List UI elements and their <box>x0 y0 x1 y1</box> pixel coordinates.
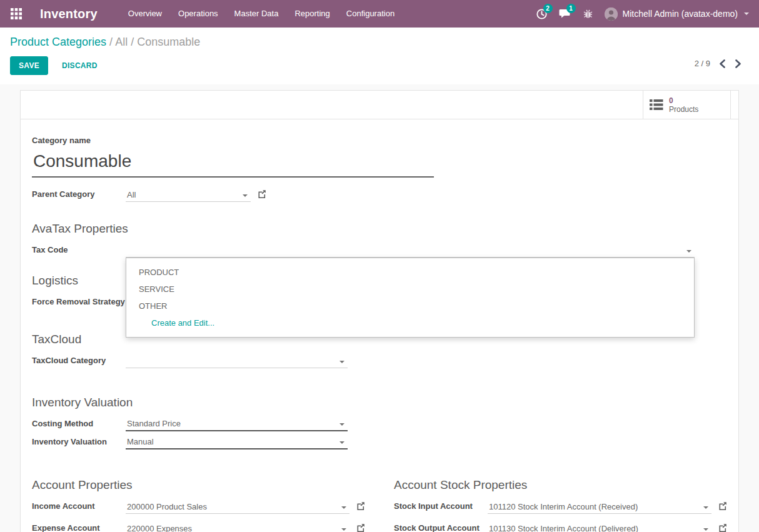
tax-code-label: Tax Code <box>32 245 126 258</box>
stock-input-account-value: 101120 Stock Interim Account (Received) <box>489 502 638 511</box>
tax-code-input[interactable]: PRODUCT SERVICE OTHER Create and Edit... <box>126 244 695 258</box>
expense-account-value: 220000 Expenses <box>127 524 192 532</box>
messages-icon[interactable]: 1 <box>559 8 571 19</box>
accounts-section: Account Properties Income Account 200000… <box>32 478 727 532</box>
apps-grid-glyph <box>10 8 23 20</box>
products-stat-button[interactable]: 0 Products <box>643 91 731 119</box>
bug-glyph <box>583 8 593 19</box>
expense-account-caret-icon[interactable] <box>341 528 346 531</box>
category-name-input[interactable]: Consumable <box>32 149 434 178</box>
income-account-external-link-icon[interactable] <box>356 501 365 513</box>
breadcrumb-current: Consumable <box>137 36 200 48</box>
control-panel-buttons: SAVE DISCARD 2 / 9 <box>10 50 749 84</box>
stock-output-account-input[interactable]: 101130 Stock Interim Account (Delivered) <box>488 522 711 532</box>
expense-account-row: Expense Account 220000 Expenses <box>32 522 365 532</box>
stock-input-account-input[interactable]: 101120 Stock Interim Account (Received) <box>488 500 711 514</box>
products-label: Products <box>669 105 698 114</box>
menu-reporting[interactable]: Reporting <box>286 0 338 28</box>
user-menu[interactable]: Mitchell Admin (avatax-demo) <box>605 8 749 21</box>
navbar-right: 2 1 <box>536 8 749 21</box>
account-stock-properties-column: Account Stock Properties Stock Input Acc… <box>394 478 727 532</box>
section-inventory-valuation-title: Inventory Valuation <box>32 396 727 409</box>
stock-input-account-label: Stock Input Account <box>394 501 488 514</box>
menu-overview[interactable]: Overview <box>120 0 170 28</box>
costing-method-caret-icon[interactable] <box>339 423 344 426</box>
income-account-input[interactable]: 200000 Product Sales <box>126 500 349 514</box>
content-area: 0 Products Category name Consumable Pare… <box>0 84 759 532</box>
stock-output-account-external-link-icon[interactable] <box>718 523 727 532</box>
stock-input-account-caret-icon[interactable] <box>703 506 708 509</box>
main-menu: Overview Operations Master Data Reportin… <box>120 0 403 28</box>
costing-method-select[interactable]: Standard Price <box>126 418 348 431</box>
parent-category-caret-icon[interactable] <box>243 194 248 197</box>
pager-previous-icon[interactable] <box>719 59 726 68</box>
user-avatar <box>605 8 618 21</box>
discard-button[interactable]: DISCARD <box>53 57 106 74</box>
dropdown-option-service[interactable]: SERVICE <box>126 281 694 298</box>
inventory-valuation-select[interactable]: Manual <box>126 436 348 449</box>
taxcloud-category-row: TaxCloud Category <box>32 354 727 368</box>
expense-account-label: Expense Account <box>32 523 126 532</box>
tax-code-caret-icon[interactable] <box>686 250 691 253</box>
stock-output-account-row: Stock Output Account 101130 Stock Interi… <box>394 522 727 532</box>
section-account-properties-title: Account Properties <box>32 478 365 492</box>
pager-value[interactable]: 2 / 9 <box>695 59 710 68</box>
parent-category-value: All <box>127 190 136 199</box>
costing-method-row: Costing Method Standard Price <box>32 418 727 431</box>
taxcloud-category-caret-icon[interactable] <box>339 361 344 363</box>
breadcrumb: Product Categories / All / Consumable <box>10 34 749 50</box>
top-navbar: Inventory Overview Operations Master Dat… <box>0 0 759 28</box>
section-account-stock-properties-title: Account Stock Properties <box>394 478 727 492</box>
taxcloud-category-input[interactable] <box>126 354 348 368</box>
products-count: 0 <box>669 96 698 105</box>
activity-icon[interactable]: 2 <box>536 8 548 20</box>
stock-output-account-label: Stock Output Account <box>394 523 488 532</box>
income-account-label: Income Account <box>32 501 126 514</box>
dropdown-create-and-edit[interactable]: Create and Edit... <box>126 314 694 331</box>
pager-next-icon[interactable] <box>735 59 741 68</box>
inventory-valuation-value: Manual <box>127 437 154 446</box>
menu-configuration[interactable]: Configuration <box>338 0 403 28</box>
income-account-value: 200000 Product Sales <box>127 502 207 511</box>
tax-code-row: Tax Code PRODUCT SERVICE OTHER Create an… <box>32 244 727 258</box>
apps-grid-icon[interactable] <box>10 8 23 20</box>
tax-code-dropdown: PRODUCT SERVICE OTHER Create and Edit... <box>126 258 695 338</box>
activity-badge: 2 <box>543 4 553 13</box>
save-button[interactable]: SAVE <box>10 56 48 75</box>
control-panel: Product Categories / All / Consumable SA… <box>0 28 759 84</box>
form-body: Category name Consumable Parent Category… <box>21 119 738 532</box>
menu-master-data[interactable]: Master Data <box>226 0 287 28</box>
inventory-valuation-caret-icon[interactable] <box>339 441 344 444</box>
app-title[interactable]: Inventory <box>40 7 98 21</box>
expense-account-input[interactable]: 220000 Expenses <box>126 522 349 532</box>
parent-category-row: Parent Category All <box>32 188 727 202</box>
force-removal-label: Force Removal Strategy <box>32 297 126 309</box>
costing-method-label: Costing Method <box>32 419 126 431</box>
stock-input-account-external-link-icon[interactable] <box>718 501 727 513</box>
breadcrumb-root[interactable]: Product Categories <box>10 36 106 48</box>
category-name-block: Category name Consumable <box>32 136 727 178</box>
inventory-valuation-label: Inventory Valuation <box>32 437 126 449</box>
user-name: Mitchell Admin (avatax-demo) <box>623 9 738 19</box>
taxcloud-category-label: TaxCloud Category <box>32 356 126 368</box>
account-properties-column: Account Properties Income Account 200000… <box>32 478 365 532</box>
sheet-header: 0 Products <box>21 91 738 119</box>
breadcrumb-ancestor[interactable]: All <box>115 36 128 48</box>
stock-output-account-caret-icon[interactable] <box>703 528 708 531</box>
expense-account-external-link-icon[interactable] <box>356 523 365 532</box>
menu-operations[interactable]: Operations <box>170 0 226 28</box>
dropdown-option-product[interactable]: PRODUCT <box>126 264 694 281</box>
parent-category-label: Parent Category <box>32 189 126 202</box>
pager: 2 / 9 <box>695 59 741 68</box>
parent-category-input[interactable]: All <box>126 188 251 202</box>
income-account-row: Income Account 200000 Product Sales <box>32 500 365 514</box>
bug-icon[interactable] <box>583 8 593 19</box>
income-account-caret-icon[interactable] <box>341 506 346 509</box>
dropdown-option-other[interactable]: OTHER <box>126 298 694 314</box>
stock-input-account-row: Stock Input Account 101120 Stock Interim… <box>394 500 727 514</box>
user-menu-caret-icon <box>744 13 749 15</box>
avatar-glyph <box>605 8 618 21</box>
category-name-label: Category name <box>32 136 727 145</box>
parent-category-external-link-icon[interactable] <box>258 189 266 201</box>
section-avatax-title: AvaTax Properties <box>32 222 727 236</box>
